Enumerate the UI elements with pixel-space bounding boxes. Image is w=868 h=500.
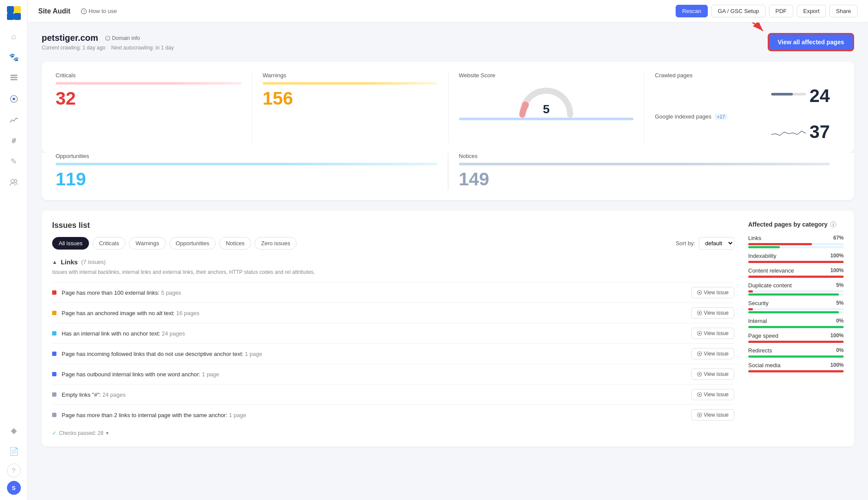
main-content: Site Audit ? How to use Rescan GA / GSC … <box>28 0 868 500</box>
issue-row: Has an internal link with no anchor text… <box>52 323 734 343</box>
affected-row-indexability: Indexability 100% <box>748 253 844 263</box>
criticals-value: 32 <box>56 88 241 109</box>
svg-point-21 <box>699 292 700 293</box>
edit-icon[interactable]: ✎ <box>5 153 23 170</box>
warnings-stat: Warnings 156 <box>252 72 448 142</box>
view-issue-btn-5[interactable]: View issue <box>691 368 734 380</box>
issues-title: Issues list <box>52 221 734 230</box>
website-score-label: Website Score <box>459 72 634 79</box>
issue-text-4: Page has incoming followed links that do… <box>62 351 686 357</box>
filter-criticals[interactable]: Criticals <box>92 237 125 250</box>
site-header: petstiger.com i Domain info Current craw… <box>42 33 854 51</box>
affected-bar-social <box>748 370 844 372</box>
svg-point-25 <box>699 332 700 334</box>
filter-tabs: All issues Criticals Warnings Opportunit… <box>52 237 734 250</box>
pdf-button[interactable]: PDF <box>769 5 793 17</box>
filter-all-issues[interactable]: All issues <box>52 237 89 250</box>
affected-bar-links-green <box>748 246 844 248</box>
help-icon[interactable]: ? <box>7 464 21 477</box>
sort-control: Sort by: default <box>676 237 734 250</box>
issue-text-3: Has an internal link with no anchor text… <box>62 330 686 337</box>
opportunities-bar <box>56 163 437 165</box>
issue-row: Page has more than 2 links to internal p… <box>52 405 734 425</box>
affected-sidebar: Affected pages by category i Links 67% <box>748 221 844 436</box>
share-button[interactable]: Share <box>829 5 858 17</box>
svg-text:?: ? <box>83 10 85 14</box>
site-domain: petstiger.com <box>42 33 98 43</box>
issue-text-6: Empty links "#": 24 pages <box>62 391 686 398</box>
home-icon[interactable]: ⌂ <box>5 28 23 45</box>
score-gauge-section: 5 <box>459 82 634 121</box>
collapse-icon: ▲ <box>52 259 57 265</box>
affected-bar-security <box>748 308 844 310</box>
filter-notices[interactable]: Notices <box>219 237 251 250</box>
criticals-bar <box>56 82 241 85</box>
svg-rect-6 <box>10 79 17 80</box>
issue-text-5: Page has outbound internal links with on… <box>62 371 686 378</box>
sort-label: Sort by: <box>676 240 695 247</box>
link-chain-icon[interactable] <box>5 132 23 149</box>
users-group-icon[interactable] <box>5 174 23 191</box>
diamond-icon[interactable]: ◆ <box>5 422 23 439</box>
svg-rect-1 <box>14 6 21 13</box>
notices-bar <box>459 163 830 165</box>
paw-icon[interactable]: 🐾 <box>5 49 23 66</box>
domain-info-link[interactable]: i Domain info <box>105 35 140 41</box>
user-avatar-icon[interactable]: S <box>7 481 21 495</box>
export-button[interactable]: Export <box>797 5 826 17</box>
affected-row-redirects: Redirects 0% <box>748 347 844 358</box>
filter-zero-issues[interactable]: Zero issues <box>254 237 297 250</box>
svg-point-27 <box>699 353 700 355</box>
website-score-stat: Website Score 5 <box>448 72 644 142</box>
svg-point-10 <box>14 180 17 182</box>
filter-opportunities[interactable]: Opportunities <box>169 237 216 250</box>
criticals-label: Criticals <box>56 72 241 79</box>
crawled-bar <box>771 93 806 95</box>
issue-text-1: Page has more than 100 external links: 5… <box>62 289 686 296</box>
severity-dot-blue-dark-2 <box>52 372 56 376</box>
how-to-use-link[interactable]: ? How to use <box>81 8 117 14</box>
affected-bar-indexability <box>748 261 844 263</box>
svg-rect-4 <box>10 75 17 76</box>
issue-row: Page has outbound internal links with on… <box>52 364 734 384</box>
view-all-affected-button[interactable]: View all affected pages <box>768 33 854 51</box>
svg-rect-2 <box>7 13 14 20</box>
doc-icon[interactable]: 📄 <box>5 443 23 460</box>
indexed-badge: +17 <box>715 114 727 120</box>
filter-warnings[interactable]: Warnings <box>129 237 165 250</box>
affected-bar-redirects <box>748 355 844 358</box>
view-issue-btn-7[interactable]: View issue <box>691 409 734 421</box>
issues-section: Issues list All issues Criticals Warning… <box>42 211 854 447</box>
category-header-links[interactable]: ▲ Links (7 issues) <box>52 258 734 266</box>
crawled-stat: Crawled pages 24 Google indexed pages +1… <box>644 72 840 142</box>
sort-select[interactable]: default <box>699 237 734 250</box>
table-icon[interactable] <box>5 69 23 87</box>
svg-text:5: 5 <box>543 102 550 116</box>
view-issue-btn-2[interactable]: View issue <box>691 307 734 319</box>
crawl-meta: Current crawling: 1 day ago Next autocra… <box>42 45 174 51</box>
affected-bar-duplicate <box>748 290 844 293</box>
affected-pages-title: Affected pages by category i <box>748 221 844 228</box>
view-issue-btn-3[interactable]: View issue <box>691 328 734 339</box>
issue-text-2: Page has an anchored image with no alt t… <box>62 310 686 316</box>
category-title-links: Links <box>61 258 78 266</box>
ga-gsc-button[interactable]: GA / GSC Setup <box>711 5 766 17</box>
issue-row: Page has incoming followed links that do… <box>52 343 734 364</box>
site-info: petstiger.com i Domain info Current craw… <box>42 33 174 51</box>
opportunities-stat: Opportunities 119 <box>56 153 448 190</box>
header-actions: Rescan GA / GSC Setup PDF Export Share <box>676 5 858 17</box>
notices-value: 149 <box>459 169 830 190</box>
affected-bar-links <box>748 243 844 245</box>
view-issue-btn-1[interactable]: View issue <box>691 287 734 298</box>
indexed-value: 37 <box>809 122 830 142</box>
score-gauge-svg: 5 <box>516 82 577 121</box>
gauge-icon[interactable] <box>5 90 23 108</box>
affected-bar-sec-green <box>748 311 844 313</box>
rescan-button[interactable]: Rescan <box>676 5 708 17</box>
trending-icon[interactable] <box>5 111 23 128</box>
view-issue-btn-4[interactable]: View issue <box>691 348 734 359</box>
checks-passed[interactable]: ✓ Checks passed: 28 ▾ <box>52 430 734 436</box>
indexed-label: Google indexed pages +17 <box>655 113 830 120</box>
criticals-stat: Criticals 32 <box>56 72 252 142</box>
view-issue-btn-6[interactable]: View issue <box>691 389 734 400</box>
